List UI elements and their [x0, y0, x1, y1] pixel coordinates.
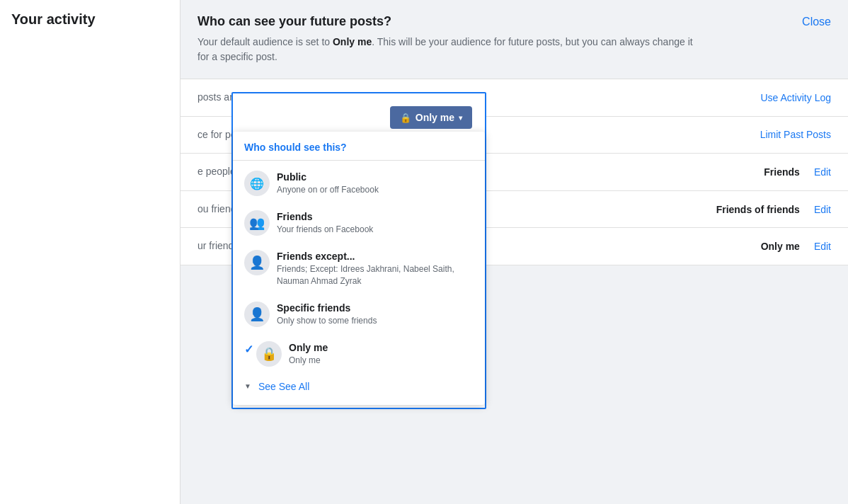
checkmark-icon: ✓ [244, 343, 253, 356]
friends-list-value: Only me [761, 241, 800, 252]
dropdown-item-specific-friends[interactable]: 👤 Specific friends Only show to some fri… [233, 294, 485, 334]
dropdown-friends-except-text: Friends except... Friends; Except: Idree… [277, 250, 474, 287]
dropdown-friends-except-label: Friends except... [277, 250, 474, 263]
dropdown-public-sublabel: Anyone on or off Facebook [277, 184, 474, 196]
dropdown-friends-text: Friends Your friends on Facebook [277, 210, 474, 236]
dropdown-header: Who should see this? [233, 137, 485, 161]
dropdown-specific-friends-label: Specific friends [277, 302, 474, 314]
friends-icon: 👥 [244, 210, 270, 236]
tagged-value: Friends [764, 166, 800, 178]
use-activity-log-button[interactable]: Use Activity Log [760, 92, 831, 103]
sidebar-title: Your activity [0, 11, 180, 39]
lock-icon: 🔒 [400, 113, 411, 123]
chevron-down-icon: ▾ [459, 114, 462, 122]
see-all-label: See See All [258, 381, 309, 392]
dropdown-item-public[interactable]: 🌐 Public Anyone on or off Facebook [233, 164, 485, 203]
dropdown-item-friends-except[interactable]: 👤 Friends except... Friends; Except: Idr… [233, 243, 485, 294]
friends-except-icon: 👤 [244, 250, 270, 275]
sidebar: Your activity [0, 0, 181, 504]
globe-icon: 🌐 [244, 171, 270, 196]
see-all-see: See [258, 381, 279, 392]
dropdown-header-highlight: see this? [304, 142, 347, 153]
dropdown-only-me-text: Only me Only me [289, 341, 474, 367]
tagged-edit-button[interactable]: Edit [814, 166, 831, 178]
dropdown-only-me-sublabel: Only me [289, 355, 474, 367]
only-me-dropdown-button[interactable]: 🔒 Only me ▾ [390, 106, 472, 129]
dropdown-specific-friends-sublabel: Only show to some friends [277, 315, 474, 327]
main-content: Who can see your future posts? Your defa… [181, 0, 848, 504]
only-me-btn-label: Only me [416, 112, 454, 123]
triangle-down-icon: ▼ [244, 382, 251, 390]
close-button[interactable]: Close [802, 14, 831, 28]
dropdown-public-label: Public [277, 171, 474, 183]
dropdown-friends-sublabel: Your friends on Facebook [277, 224, 474, 236]
see-all-row[interactable]: ▼ See See All [233, 374, 485, 399]
dropdown-public-text: Public Anyone on or off Facebook [277, 171, 474, 196]
only-me-lock-icon: 🔒 [256, 341, 282, 367]
dropdown-specific-friends-text: Specific friends Only show to some frien… [277, 302, 474, 327]
dropdown-friends-label: Friends [277, 210, 474, 223]
blue-outline-box: 🔒 Only me ▾ Who should see this? 🌐 Publ [231, 92, 486, 409]
friend-requests-edit-button[interactable]: Edit [814, 204, 831, 215]
audience-dropdown-menu: Who should see this? 🌐 Public Anyone on … [233, 132, 485, 405]
friends-list-edit-button[interactable]: Edit [814, 241, 831, 252]
specific-friends-icon: 👤 [244, 302, 270, 327]
dropdown-item-friends[interactable]: 👥 Friends Your friends on Facebook [233, 203, 485, 243]
dropdown-friends-except-sublabel: Friends; Except: Idrees Jakhrani, Nabeel… [277, 263, 474, 287]
dropdown-only-me-label: Only me [289, 341, 474, 354]
friend-requests-value: Friends of friends [716, 204, 800, 215]
dropdown-item-only-me[interactable]: ✓ 🔒 Only me Only me [233, 334, 485, 374]
limit-past-posts-button[interactable]: Limit Past Posts [760, 129, 831, 140]
dropdown-overlay: 🔒 Only me ▾ Who should see this? 🌐 Publ [181, 0, 492, 409]
see-all-all: See All [279, 381, 310, 392]
